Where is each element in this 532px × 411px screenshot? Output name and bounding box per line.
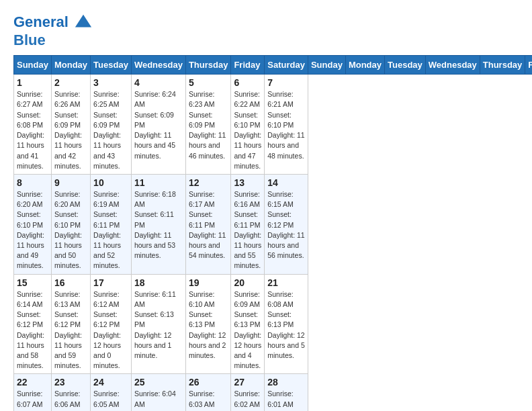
day-cell-2: 2 Sunrise: 6:26 AM Sunset: 6:09 PM Dayli… [51,75,90,175]
calendar-week-1: 1 Sunrise: 6:27 AM Sunset: 6:08 PM Dayli… [14,75,533,175]
day-number: 17 [93,277,128,288]
calendar-week-4: 22 Sunrise: 6:07 AM Sunset: 6:14 PM Dayl… [14,374,533,411]
day-detail: Sunrise: 6:04 AM Sunset: 6:14 PM Dayligh… [134,389,183,411]
calendar-week-3: 15 Sunrise: 6:14 AM Sunset: 6:12 PM Dayl… [14,274,533,374]
day-detail: Sunrise: 6:02 AM Sunset: 6:15 PM Dayligh… [234,389,261,411]
day-detail: Sunrise: 6:16 AM Sunset: 6:11 PM Dayligh… [234,189,261,271]
day-detail: Sunrise: 6:25 AM Sunset: 6:09 PM Dayligh… [93,89,128,171]
day-cell-24: 24 Sunrise: 6:05 AM Sunset: 6:14 PM Dayl… [91,374,132,411]
day-detail: Sunrise: 6:19 AM Sunset: 6:11 PM Dayligh… [93,189,128,271]
day-detail: Sunrise: 6:05 AM Sunset: 6:14 PM Dayligh… [93,389,128,411]
day-detail: Sunrise: 6:12 AM Sunset: 6:12 PM Dayligh… [93,289,128,371]
day-detail: Sunrise: 6:10 AM Sunset: 6:13 PM Dayligh… [189,289,228,361]
day-cell-16: 16 Sunrise: 6:13 AM Sunset: 6:12 PM Dayl… [51,274,90,374]
logo-text: General Blue [13,13,93,48]
day-cell-7: 7 Sunrise: 6:21 AM Sunset: 6:10 PM Dayli… [265,75,308,175]
calendar-header-row: SundayMondayTuesdayWednesdayThursdayFrid… [14,56,533,75]
col-header-friday: Friday [231,56,265,75]
day-detail: Sunrise: 6:20 AM Sunset: 6:10 PM Dayligh… [54,189,87,271]
day-number: 16 [54,277,87,288]
col-header-monday: Monday [345,56,384,75]
day-cell-27: 27 Sunrise: 6:02 AM Sunset: 6:15 PM Dayl… [231,374,265,411]
day-number: 8 [17,177,48,188]
day-number: 6 [234,77,261,88]
col-header-wednesday: Wednesday [131,56,185,75]
day-detail: Sunrise: 6:13 AM Sunset: 6:12 PM Dayligh… [54,289,87,371]
day-cell-20: 20 Sunrise: 6:09 AM Sunset: 6:13 PM Dayl… [231,274,265,374]
day-cell-25: 25 Sunrise: 6:04 AM Sunset: 6:14 PM Dayl… [131,374,185,411]
day-number: 14 [267,177,305,188]
col-header-tuesday: Tuesday [91,56,132,75]
day-number: 18 [134,277,183,288]
day-cell-10: 10 Sunrise: 6:19 AM Sunset: 6:11 PM Dayl… [91,174,132,274]
day-cell-15: 15 Sunrise: 6:14 AM Sunset: 6:12 PM Dayl… [14,274,52,374]
col-header-thursday: Thursday [480,56,525,75]
day-detail: Sunrise: 6:22 AM Sunset: 6:10 PM Dayligh… [234,89,261,171]
day-cell-18: 18 Sunrise: 6:11 AM Sunset: 6:13 PM Dayl… [131,274,185,374]
day-number: 10 [93,177,128,188]
day-cell-21: 21 Sunrise: 6:08 AM Sunset: 6:13 PM Dayl… [265,274,308,374]
day-detail: Sunrise: 6:09 AM Sunset: 6:13 PM Dayligh… [234,289,261,371]
day-cell-11: 11 Sunrise: 6:18 AM Sunset: 6:11 PM Dayl… [131,174,185,274]
day-number: 9 [54,177,87,188]
day-number: 3 [93,77,128,88]
day-cell-22: 22 Sunrise: 6:07 AM Sunset: 6:14 PM Dayl… [14,374,52,411]
day-detail: Sunrise: 6:08 AM Sunset: 6:13 PM Dayligh… [267,289,305,361]
day-number: 12 [189,177,228,188]
day-number: 25 [134,377,183,387]
day-number: 22 [17,377,48,387]
day-number: 26 [189,377,228,387]
col-header-wednesday: Wednesday [425,56,480,75]
day-cell-8: 8 Sunrise: 6:20 AM Sunset: 6:10 PM Dayli… [14,174,52,274]
day-detail: Sunrise: 6:27 AM Sunset: 6:08 PM Dayligh… [17,89,48,171]
day-detail: Sunrise: 6:11 AM Sunset: 6:13 PM Dayligh… [134,289,183,361]
col-header-sunday: Sunday [14,56,52,75]
day-detail: Sunrise: 6:23 AM Sunset: 6:09 PM Dayligh… [189,89,228,161]
day-cell-26: 26 Sunrise: 6:03 AM Sunset: 6:15 PM Dayl… [185,374,231,411]
day-cell-12: 12 Sunrise: 6:17 AM Sunset: 6:11 PM Dayl… [185,174,231,274]
day-detail: Sunrise: 6:01 AM Sunset: 6:15 PM Dayligh… [267,389,305,411]
col-header-saturday: Saturday [265,56,308,75]
day-cell-13: 13 Sunrise: 6:16 AM Sunset: 6:11 PM Dayl… [231,174,265,274]
day-detail: Sunrise: 6:20 AM Sunset: 6:10 PM Dayligh… [17,189,48,271]
day-number: 20 [234,277,261,288]
col-header-sunday: Sunday [308,56,345,75]
day-cell-17: 17 Sunrise: 6:12 AM Sunset: 6:12 PM Dayl… [91,274,132,374]
day-cell-28: 28 Sunrise: 6:01 AM Sunset: 6:15 PM Dayl… [265,374,308,411]
day-number: 24 [93,377,128,387]
day-cell-6: 6 Sunrise: 6:22 AM Sunset: 6:10 PM Dayli… [231,75,265,175]
col-header-friday: Friday [525,56,532,75]
day-detail: Sunrise: 6:17 AM Sunset: 6:11 PM Dayligh… [189,189,228,261]
day-number: 27 [234,377,261,387]
day-cell-3: 3 Sunrise: 6:25 AM Sunset: 6:09 PM Dayli… [91,75,132,175]
day-detail: Sunrise: 6:07 AM Sunset: 6:14 PM Dayligh… [17,389,48,411]
day-cell-1: 1 Sunrise: 6:27 AM Sunset: 6:08 PM Dayli… [14,75,52,175]
day-detail: Sunrise: 6:06 AM Sunset: 6:14 PM Dayligh… [54,389,87,411]
day-number: 15 [17,277,48,288]
page-header: General Blue [13,13,519,48]
day-cell-19: 19 Sunrise: 6:10 AM Sunset: 6:13 PM Dayl… [185,274,231,374]
day-number: 2 [54,77,87,88]
day-number: 19 [189,277,228,288]
day-detail: Sunrise: 6:21 AM Sunset: 6:10 PM Dayligh… [267,89,305,161]
day-number: 4 [134,77,183,88]
day-number: 1 [17,77,48,88]
logo: General Blue [13,13,93,48]
svg-marker-0 [75,15,91,28]
col-header-tuesday: Tuesday [385,56,426,75]
col-header-thursday: Thursday [185,56,231,75]
day-cell-5: 5 Sunrise: 6:23 AM Sunset: 6:09 PM Dayli… [185,75,231,175]
day-number: 23 [54,377,87,387]
day-cell-4: 4 Sunrise: 6:24 AM Sunset: 6:09 PM Dayli… [131,75,185,175]
day-cell-14: 14 Sunrise: 6:15 AM Sunset: 6:12 PM Dayl… [265,174,308,274]
day-cell-9: 9 Sunrise: 6:20 AM Sunset: 6:10 PM Dayli… [51,174,90,274]
day-detail: Sunrise: 6:18 AM Sunset: 6:11 PM Dayligh… [134,189,183,261]
col-header-monday: Monday [51,56,90,75]
day-detail: Sunrise: 6:15 AM Sunset: 6:12 PM Dayligh… [267,189,305,261]
day-number: 21 [267,277,305,288]
day-detail: Sunrise: 6:26 AM Sunset: 6:09 PM Dayligh… [54,89,87,171]
day-detail: Sunrise: 6:24 AM Sunset: 6:09 PM Dayligh… [134,89,183,161]
day-number: 11 [134,177,183,188]
day-detail: Sunrise: 6:03 AM Sunset: 6:15 PM Dayligh… [189,389,228,411]
day-detail: Sunrise: 6:14 AM Sunset: 6:12 PM Dayligh… [17,289,48,371]
